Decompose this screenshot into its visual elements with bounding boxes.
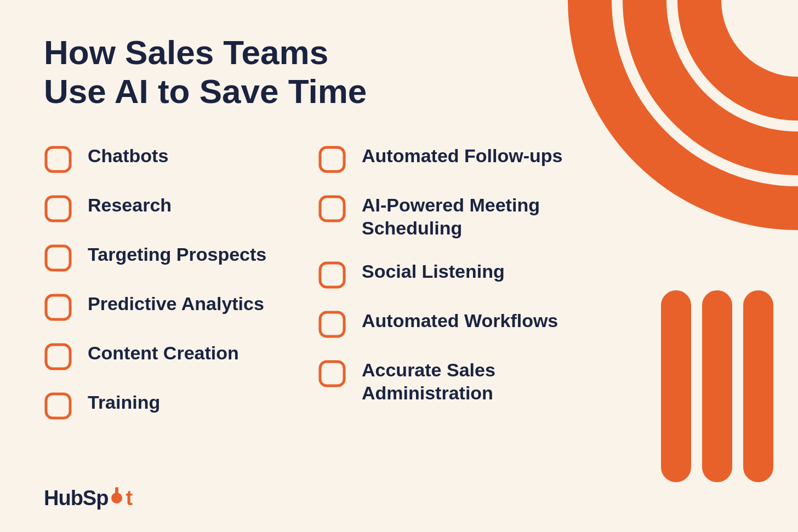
svg-point-18 bbox=[111, 493, 122, 504]
list-item: Training bbox=[44, 391, 296, 420]
checkbox-icon bbox=[44, 342, 72, 371]
svg-rect-11 bbox=[46, 345, 70, 369]
svg-rect-19 bbox=[115, 487, 118, 494]
svg-rect-8 bbox=[46, 197, 70, 221]
list-item-label: AI-Powered Meeting Scheduling bbox=[362, 193, 570, 240]
checkbox-icon bbox=[44, 392, 72, 420]
svg-rect-7 bbox=[46, 147, 70, 171]
lists-container: Chatbots Research Targeting Prospects Pr… bbox=[44, 144, 754, 420]
svg-rect-14 bbox=[320, 197, 344, 221]
hubspot-logo: HubSp t bbox=[44, 486, 132, 510]
checkbox-icon bbox=[318, 145, 346, 174]
list-item-label: Predictive Analytics bbox=[88, 292, 264, 316]
svg-point-1 bbox=[645, 0, 798, 153]
page-title: How Sales Teams Use AI to Save Time bbox=[44, 33, 373, 111]
list-item: Automated Follow-ups bbox=[318, 144, 570, 174]
svg-rect-15 bbox=[320, 263, 344, 287]
list-item-label: Targeting Prospects bbox=[88, 243, 266, 266]
svg-point-2 bbox=[699, 0, 798, 99]
checkbox-icon bbox=[318, 310, 346, 339]
logo-dot-icon bbox=[109, 486, 124, 509]
list-item: Chatbots bbox=[44, 144, 296, 174]
logo-text-hub: HubSp bbox=[44, 487, 108, 510]
svg-rect-12 bbox=[46, 394, 70, 418]
page-container: How Sales Teams Use AI to Save Time Chat… bbox=[0, 0, 798, 532]
svg-rect-16 bbox=[320, 312, 344, 336]
checkbox-icon bbox=[44, 244, 72, 272]
svg-rect-9 bbox=[46, 246, 70, 270]
list-item-label: Automated Follow-ups bbox=[362, 144, 562, 168]
list-item-label: Social Listening bbox=[362, 260, 505, 283]
list-item-label: Chatbots bbox=[88, 144, 168, 168]
list-item: Predictive Analytics bbox=[44, 292, 296, 322]
svg-rect-10 bbox=[46, 295, 70, 319]
checkbox-icon bbox=[318, 359, 346, 388]
list-item: Automated Workflows bbox=[318, 309, 570, 339]
list-item: AI-Powered Meeting Scheduling bbox=[318, 193, 570, 240]
checkbox-icon bbox=[44, 145, 72, 174]
list-item: Content Creation bbox=[44, 341, 296, 371]
checkbox-icon bbox=[44, 293, 72, 322]
list-item: Accurate Sales Administration bbox=[318, 358, 570, 405]
svg-rect-17 bbox=[320, 362, 344, 386]
right-list: Automated Follow-ups AI-Powered Meeting … bbox=[318, 144, 570, 420]
checkbox-icon bbox=[318, 261, 346, 289]
checkbox-icon bbox=[44, 195, 72, 223]
list-item-label: Content Creation bbox=[88, 341, 239, 365]
list-item-label: Accurate Sales Administration bbox=[362, 358, 570, 405]
list-item: Social Listening bbox=[318, 260, 570, 289]
svg-rect-13 bbox=[320, 147, 344, 171]
checkbox-icon bbox=[318, 195, 346, 223]
list-item-label: Research bbox=[88, 193, 172, 217]
logo-text-spot: t bbox=[126, 487, 132, 510]
left-list: Chatbots Research Targeting Prospects Pr… bbox=[44, 144, 296, 420]
list-item-label: Automated Workflows bbox=[362, 309, 558, 333]
list-item: Research bbox=[44, 193, 296, 223]
list-item-label: Training bbox=[88, 391, 160, 414]
list-item: Targeting Prospects bbox=[44, 243, 296, 272]
